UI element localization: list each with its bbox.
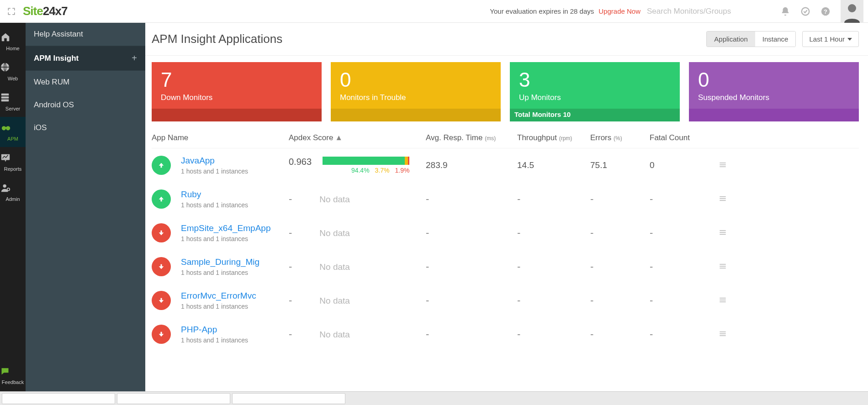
card-up[interactable]: 3Up Monitors Total Monitors 10: [510, 62, 680, 121]
th-rt[interactable]: Avg. Resp. Time (ms): [426, 133, 517, 142]
th-fc[interactable]: Fatal Count: [650, 133, 718, 142]
cell-resptime: -: [426, 261, 517, 273]
sidebar-item-web-rum[interactable]: Web RUM: [26, 70, 145, 94]
app-name-link[interactable]: Sample_During_Mig: [181, 257, 259, 267]
chevron-down-icon: [847, 38, 852, 41]
rail-feedback[interactable]: Feedback: [0, 361, 26, 390]
cell-errors: 75.1: [590, 160, 650, 170]
cell-apdex: -No data: [289, 295, 426, 306]
sidebar-item-label: APM Insight: [34, 54, 79, 63]
cell-fatal: -: [650, 328, 718, 340]
rail-label: Feedback: [2, 379, 24, 385]
card-label: Up Monitors: [510, 91, 680, 109]
taskbar-button[interactable]: [117, 393, 230, 404]
th-app[interactable]: App Name: [152, 133, 289, 142]
cell-resptime: -: [426, 328, 517, 340]
timerange-label: Last 1 Hour: [809, 35, 845, 43]
app-name-link[interactable]: PHP-App: [181, 325, 248, 335]
app-name-link[interactable]: ErrorMvc_ErrorMvc: [181, 291, 256, 301]
svg-text:?: ?: [824, 8, 827, 15]
rail-label: Server: [5, 106, 20, 111]
cell-throughput: -: [517, 328, 590, 340]
card-suspended[interactable]: 0Suspended Monitors: [689, 62, 859, 121]
app-meta: 1 hosts and 1 instances: [181, 168, 248, 175]
th-tp[interactable]: Throughput (rpm): [517, 133, 590, 142]
svg-rect-7: [1, 96, 9, 99]
logo[interactable]: Site24x7: [23, 4, 68, 18]
row-menu-icon[interactable]: [718, 160, 728, 170]
row-menu-icon[interactable]: [718, 228, 728, 238]
plus-icon[interactable]: +: [132, 53, 137, 63]
th-apdex[interactable]: Apdex Score▲: [289, 133, 426, 142]
taskbar-button[interactable]: [232, 393, 345, 404]
view-segment: Application Instance: [706, 31, 796, 47]
cell-throughput: -: [517, 193, 590, 205]
th-err[interactable]: Errors (%): [590, 133, 650, 142]
cell-resptime: -: [426, 227, 517, 239]
cell-resptime: -: [426, 193, 517, 205]
app-name-link[interactable]: Ruby: [181, 189, 248, 200]
svg-rect-11: [5, 127, 7, 129]
cell-fatal: -: [650, 295, 718, 306]
card-number: 7: [152, 62, 322, 91]
cell-fatal: -: [650, 261, 718, 273]
card-label: Monitors in Trouble: [331, 91, 501, 109]
check-circle-icon[interactable]: [798, 4, 813, 19]
taskbar-button[interactable]: [2, 393, 115, 404]
cell-errors: -: [590, 328, 650, 340]
timerange-dropdown[interactable]: Last 1 Hour: [802, 31, 859, 47]
left-rail: Home Web Server APM Reports Admin Feedba…: [0, 23, 26, 405]
sort-asc-icon: ▲: [335, 133, 343, 142]
sidebar-item-ios[interactable]: iOS: [26, 116, 145, 139]
seg-instance-button[interactable]: Instance: [755, 32, 796, 47]
table-header: App Name Apdex Score▲ Avg. Resp. Time (m…: [152, 129, 859, 148]
cell-fatal: -: [650, 227, 718, 239]
app-name-link[interactable]: EmpSite_x64_EmpApp: [181, 223, 270, 233]
sidebar-item-label: iOS: [34, 123, 47, 132]
rail-label: APM: [7, 136, 18, 142]
cell-errors: -: [590, 295, 650, 306]
page-header: APM Insight Applications Application Ins…: [145, 23, 868, 56]
rail-label: Reports: [4, 166, 22, 172]
topbar: Site24x7 Your evaluation expires in 28 d…: [0, 0, 868, 23]
sidebar-item-help[interactable]: Help Assistant: [26, 23, 145, 46]
rail-reports[interactable]: Reports: [0, 147, 26, 177]
app-table: App Name Apdex Score▲ Avg. Resp. Time (m…: [145, 126, 868, 351]
page-title: APM Insight Applications: [152, 32, 282, 46]
card-trouble[interactable]: 0Monitors in Trouble: [331, 62, 501, 121]
sidebar-item-label: Android OS: [34, 100, 74, 110]
chart-icon: [0, 153, 26, 163]
row-menu-icon[interactable]: [718, 295, 728, 305]
logo-part1: Site: [23, 4, 43, 18]
fullscreen-icon[interactable]: [5, 5, 18, 18]
avatar[interactable]: [841, 0, 863, 23]
rail-web[interactable]: Web: [0, 57, 26, 87]
help-icon[interactable]: ?: [818, 4, 833, 19]
bell-icon[interactable]: [778, 4, 793, 19]
search-input[interactable]: [645, 5, 773, 18]
row-menu-icon[interactable]: [718, 262, 728, 272]
row-menu-icon[interactable]: [718, 194, 728, 204]
status-down-icon: [152, 325, 171, 344]
seg-application-button[interactable]: Application: [707, 32, 755, 47]
rail-home[interactable]: Home: [0, 26, 26, 57]
table-row: PHP-App 1 hosts and 1 instances -No data…: [152, 317, 859, 351]
sidebar-item-apm-insight[interactable]: APM Insight +: [26, 46, 145, 70]
app-meta: 1 hosts and 1 instances: [181, 201, 248, 209]
card-down[interactable]: 7Down Monitors: [152, 62, 322, 121]
cell-throughput: -: [517, 261, 590, 273]
row-menu-icon[interactable]: [718, 329, 728, 339]
rail-label: Admin: [5, 196, 20, 202]
app-name-link[interactable]: JavaApp: [181, 156, 248, 166]
sidebar-item-android[interactable]: Android OS: [26, 94, 145, 116]
svg-point-13: [3, 184, 6, 188]
rail-label: Web: [8, 76, 18, 81]
rail-admin[interactable]: Admin: [0, 177, 26, 207]
svg-rect-6: [1, 94, 9, 96]
cell-resptime: 283.9: [426, 160, 517, 170]
upgrade-link[interactable]: Upgrade Now: [598, 7, 640, 15]
admin-icon: [0, 183, 26, 193]
rail-server[interactable]: Server: [0, 87, 26, 117]
card-label: Suspended Monitors: [689, 91, 859, 109]
rail-apm[interactable]: APM: [0, 117, 26, 147]
